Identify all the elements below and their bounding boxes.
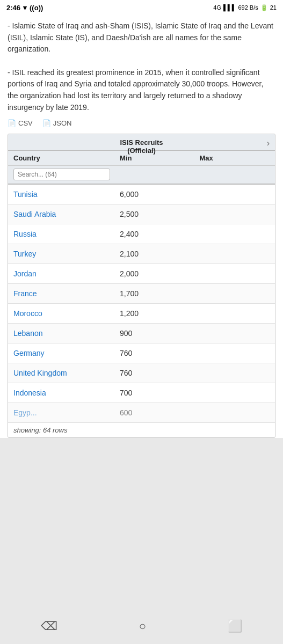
country-cell[interactable]: Saudi Arabia	[8, 204, 115, 224]
country-cell[interactable]: Egyp...	[8, 403, 115, 422]
network-type: 4G	[213, 4, 221, 11]
content-area: - Islamic State of Iraq and ash-Sham (IS…	[0, 15, 283, 438]
max-cell	[195, 328, 275, 339]
col-header-max: Max	[195, 153, 275, 163]
search-row	[8, 165, 275, 184]
max-cell	[195, 268, 275, 279]
table-row: France 1,700	[8, 284, 275, 304]
country-cell[interactable]: Tunisia	[8, 185, 115, 204]
json-label: JSON	[53, 119, 72, 127]
max-cell	[195, 348, 275, 358]
battery-level: 21	[270, 4, 277, 11]
max-cell	[195, 209, 275, 219]
country-cell[interactable]: France	[8, 284, 115, 303]
min-cell: 2,400	[115, 224, 195, 244]
home-button[interactable]: ○	[128, 617, 157, 635]
table-row: Jordan 2,000	[8, 264, 275, 284]
table-row: United Kingdom 760	[8, 363, 275, 383]
back-button[interactable]: ⌫	[30, 617, 68, 635]
intro-paragraph: - Islamic State of Iraq and ash-Sham (IS…	[8, 21, 273, 53]
country-cell[interactable]: Turkey	[8, 244, 115, 264]
min-cell: 760	[115, 343, 195, 363]
table-title: ISIS Recruits (Official)	[120, 138, 163, 155]
table-row: Russia 2,400	[8, 224, 275, 244]
max-cell	[195, 189, 275, 200]
json-file-icon: 📄	[42, 119, 51, 127]
table-header-section: ISIS Recruits (Official) ›	[8, 134, 275, 150]
table-row: Turkey 2,100	[8, 244, 275, 264]
showing-rows-label: showing: 64 rows	[8, 423, 275, 437]
country-search-input[interactable]	[13, 169, 110, 180]
max-cell	[195, 248, 275, 259]
table-row: Morocco 1,200	[8, 304, 275, 324]
max-cell	[195, 229, 275, 239]
table-row: Egyp... 600	[8, 403, 275, 423]
min-cell: 1,700	[115, 284, 195, 303]
min-cell: 2,500	[115, 204, 195, 224]
table-row: Germany 760	[8, 343, 275, 363]
country-cell[interactable]: Russia	[8, 224, 115, 244]
min-cell: 2,100	[115, 244, 195, 264]
max-cell	[195, 368, 275, 378]
status-left: 2:46 ▾ ((o))	[6, 4, 43, 12]
country-cell[interactable]: Jordan	[8, 264, 115, 283]
table-row: Saudi Arabia 2,500	[8, 204, 275, 224]
intro-paragraph-2: - ISIL reached its greatest prominence i…	[8, 68, 263, 112]
search-input-wrap	[8, 169, 115, 180]
table-title-line2: (Official)	[120, 147, 163, 155]
data-speed: 692 B/s	[238, 4, 258, 11]
json-download-button[interactable]: 📄 JSON	[42, 119, 72, 127]
file-buttons-row: 📄 CSV 📄 JSON	[8, 119, 275, 127]
min-cell: 700	[115, 383, 195, 402]
time: 2:46	[6, 4, 20, 12]
max-cell	[195, 288, 275, 299]
table-row: Tunisia 6,000	[8, 185, 275, 204]
recent-apps-button[interactable]: ⬜	[217, 617, 253, 635]
table-body: Tunisia 6,000 Saudi Arabia 2,500 Russia …	[8, 185, 275, 423]
page-wrapper: 2:46 ▾ ((o)) 4G ▌▌▌ 692 B/s 🔋 21 - Islam…	[0, 0, 283, 644]
min-cell: 6,000	[115, 185, 195, 204]
country-cell[interactable]: Germany	[8, 343, 115, 363]
csv-file-icon: 📄	[8, 119, 16, 127]
status-right: 4G ▌▌▌ 692 B/s 🔋 21	[213, 4, 277, 11]
min-cell: 760	[115, 363, 195, 383]
data-table: ISIS Recruits (Official) › Country Min M…	[8, 134, 275, 438]
country-cell[interactable]: Indonesia	[8, 383, 115, 402]
min-cell: 1,200	[115, 304, 195, 323]
max-cell	[195, 308, 275, 319]
csv-label: CSV	[18, 119, 33, 127]
country-cell[interactable]: Morocco	[8, 304, 115, 323]
max-cell	[195, 387, 275, 398]
wifi-icon: ▾	[23, 4, 27, 12]
table-title-line1: ISIS Recruits	[120, 138, 163, 147]
min-cell: 900	[115, 324, 195, 343]
sort-arrow-icon[interactable]: ›	[267, 138, 270, 148]
max-cell	[195, 407, 275, 418]
battery-icon: 🔋	[260, 4, 268, 11]
col-header-country: Country	[8, 153, 115, 163]
table-row: Lebanon 900	[8, 324, 275, 343]
country-cell-united-kingdom[interactable]: United Kingdom	[8, 363, 115, 383]
signal-icon: ((o))	[30, 4, 43, 12]
csv-download-button[interactable]: 📄 CSV	[8, 119, 33, 127]
nav-bar: ⌫ ○ ⬜	[0, 612, 283, 644]
min-cell: 600	[115, 403, 195, 422]
table-row: Indonesia 700	[8, 383, 275, 403]
min-cell: 2,000	[115, 264, 195, 283]
signal-bars-icon: ▌▌▌	[223, 4, 236, 11]
intro-text: - Islamic State of Iraq and ash-Sham (IS…	[8, 20, 275, 114]
status-bar: 2:46 ▾ ((o)) 4G ▌▌▌ 692 B/s 🔋 21	[0, 0, 283, 15]
country-cell[interactable]: Lebanon	[8, 324, 115, 343]
